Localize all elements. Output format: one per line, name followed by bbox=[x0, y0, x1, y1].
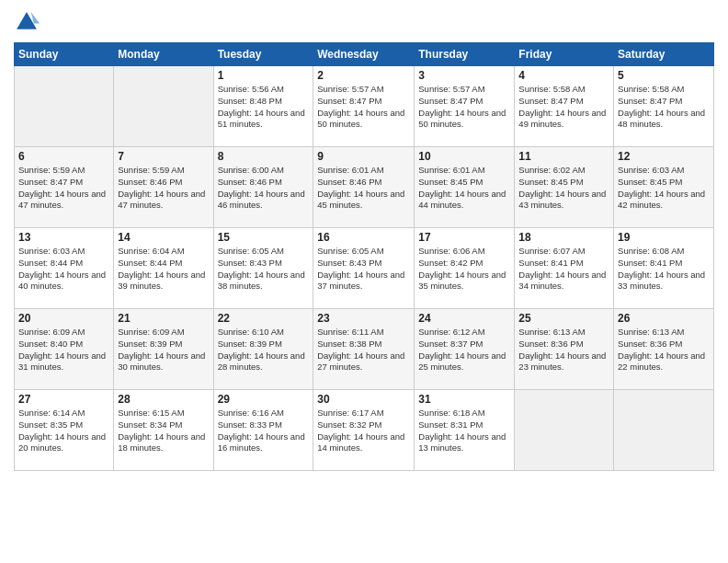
calendar-cell: 21Sunrise: 6:09 AMSunset: 8:39 PMDayligh… bbox=[114, 309, 213, 390]
logo-icon bbox=[14, 9, 40, 35]
calendar-cell: 15Sunrise: 6:05 AMSunset: 8:43 PMDayligh… bbox=[213, 228, 313, 309]
calendar-cell: 4Sunrise: 5:58 AMSunset: 8:47 PMDaylight… bbox=[515, 66, 614, 147]
cell-content: Sunrise: 6:01 AMSunset: 8:46 PMDaylight:… bbox=[317, 165, 410, 212]
cell-content: Sunrise: 6:13 AMSunset: 8:36 PMDaylight:… bbox=[618, 327, 710, 373]
calendar-cell: 18Sunrise: 6:07 AMSunset: 8:41 PMDayligh… bbox=[515, 228, 614, 309]
cell-content: Sunrise: 6:13 AMSunset: 8:36 PMDaylight:… bbox=[518, 327, 609, 373]
day-number: 5 bbox=[618, 69, 710, 82]
cell-content: Sunrise: 5:57 AMSunset: 8:47 PMDaylight:… bbox=[317, 84, 410, 131]
cell-content: Sunrise: 6:06 AMSunset: 8:42 PMDaylight:… bbox=[418, 246, 510, 293]
calendar-cell: 12Sunrise: 6:03 AMSunset: 8:45 PMDayligh… bbox=[614, 147, 714, 228]
calendar-cell: 30Sunrise: 6:17 AMSunset: 8:32 PMDayligh… bbox=[313, 390, 415, 471]
calendar-cell: 22Sunrise: 6:10 AMSunset: 8:39 PMDayligh… bbox=[213, 309, 313, 390]
day-number: 3 bbox=[418, 69, 510, 82]
calendar-cell: 13Sunrise: 6:03 AMSunset: 8:44 PMDayligh… bbox=[15, 228, 114, 309]
calendar-cell: 25Sunrise: 6:13 AMSunset: 8:36 PMDayligh… bbox=[515, 309, 614, 390]
calendar-cell: 14Sunrise: 6:04 AMSunset: 8:44 PMDayligh… bbox=[114, 228, 213, 309]
calendar-cell: 9Sunrise: 6:01 AMSunset: 8:46 PMDaylight… bbox=[313, 147, 415, 228]
cell-content: Sunrise: 6:08 AMSunset: 8:41 PMDaylight:… bbox=[618, 246, 710, 293]
day-number: 15 bbox=[218, 231, 310, 244]
weekday-header-sunday: Sunday bbox=[15, 43, 114, 66]
day-number: 23 bbox=[317, 312, 410, 325]
cell-content: Sunrise: 6:00 AMSunset: 8:46 PMDaylight:… bbox=[218, 165, 310, 212]
day-number: 11 bbox=[518, 150, 609, 163]
cell-content: Sunrise: 6:18 AMSunset: 8:31 PMDaylight:… bbox=[418, 408, 510, 454]
weekday-header-friday: Friday bbox=[515, 43, 614, 66]
cell-content: Sunrise: 6:07 AMSunset: 8:41 PMDaylight:… bbox=[518, 246, 609, 293]
calendar-cell: 2Sunrise: 5:57 AMSunset: 8:47 PMDaylight… bbox=[313, 66, 415, 147]
calendar-cell: 8Sunrise: 6:00 AMSunset: 8:46 PMDaylight… bbox=[213, 147, 313, 228]
cell-content: Sunrise: 6:05 AMSunset: 8:43 PMDaylight:… bbox=[218, 246, 310, 293]
day-number: 13 bbox=[18, 231, 109, 244]
cell-content: Sunrise: 6:11 AMSunset: 8:38 PMDaylight:… bbox=[317, 327, 410, 373]
calendar: SundayMondayTuesdayWednesdayThursdayFrid… bbox=[14, 42, 714, 471]
calendar-cell: 24Sunrise: 6:12 AMSunset: 8:37 PMDayligh… bbox=[415, 309, 515, 390]
calendar-cell: 10Sunrise: 6:01 AMSunset: 8:45 PMDayligh… bbox=[415, 147, 515, 228]
cell-content: Sunrise: 6:15 AMSunset: 8:34 PMDaylight:… bbox=[118, 408, 209, 454]
calendar-cell: 27Sunrise: 6:14 AMSunset: 8:35 PMDayligh… bbox=[15, 390, 114, 471]
weekday-header-wednesday: Wednesday bbox=[313, 43, 415, 66]
day-number: 21 bbox=[118, 312, 209, 325]
day-number: 4 bbox=[518, 69, 609, 82]
calendar-cell: 5Sunrise: 5:58 AMSunset: 8:47 PMDaylight… bbox=[614, 66, 714, 147]
day-number: 20 bbox=[18, 312, 109, 325]
day-number: 29 bbox=[218, 393, 310, 406]
cell-content: Sunrise: 6:03 AMSunset: 8:45 PMDaylight:… bbox=[618, 165, 710, 212]
logo bbox=[14, 9, 43, 35]
day-number: 24 bbox=[418, 312, 510, 325]
day-number: 8 bbox=[218, 150, 310, 163]
day-number: 17 bbox=[418, 231, 510, 244]
cell-content: Sunrise: 5:59 AMSunset: 8:47 PMDaylight:… bbox=[18, 165, 109, 212]
day-number: 18 bbox=[518, 231, 609, 244]
weekday-header-monday: Monday bbox=[114, 43, 213, 66]
day-number: 30 bbox=[317, 393, 410, 406]
cell-content: Sunrise: 6:12 AMSunset: 8:37 PMDaylight:… bbox=[418, 327, 510, 373]
day-number: 10 bbox=[418, 150, 510, 163]
weekday-header-row: SundayMondayTuesdayWednesdayThursdayFrid… bbox=[15, 43, 714, 66]
cell-content: Sunrise: 6:03 AMSunset: 8:44 PMDaylight:… bbox=[18, 246, 109, 293]
day-number: 25 bbox=[518, 312, 609, 325]
calendar-cell: 28Sunrise: 6:15 AMSunset: 8:34 PMDayligh… bbox=[114, 390, 213, 471]
day-number: 22 bbox=[218, 312, 310, 325]
calendar-cell bbox=[15, 66, 114, 147]
weekday-header-saturday: Saturday bbox=[614, 43, 714, 66]
calendar-week-1: 1Sunrise: 5:56 AMSunset: 8:48 PMDaylight… bbox=[15, 66, 714, 147]
calendar-week-5: 27Sunrise: 6:14 AMSunset: 8:35 PMDayligh… bbox=[15, 390, 714, 471]
day-number: 2 bbox=[317, 69, 410, 82]
calendar-cell: 31Sunrise: 6:18 AMSunset: 8:31 PMDayligh… bbox=[415, 390, 515, 471]
calendar-week-3: 13Sunrise: 6:03 AMSunset: 8:44 PMDayligh… bbox=[15, 228, 714, 309]
day-number: 9 bbox=[317, 150, 410, 163]
calendar-cell: 11Sunrise: 6:02 AMSunset: 8:45 PMDayligh… bbox=[515, 147, 614, 228]
day-number: 27 bbox=[18, 393, 109, 406]
calendar-week-4: 20Sunrise: 6:09 AMSunset: 8:40 PMDayligh… bbox=[15, 309, 714, 390]
day-number: 31 bbox=[418, 393, 510, 406]
day-number: 19 bbox=[618, 231, 710, 244]
cell-content: Sunrise: 6:16 AMSunset: 8:33 PMDaylight:… bbox=[218, 408, 310, 454]
calendar-cell: 26Sunrise: 6:13 AMSunset: 8:36 PMDayligh… bbox=[614, 309, 714, 390]
cell-content: Sunrise: 6:10 AMSunset: 8:39 PMDaylight:… bbox=[218, 327, 310, 373]
day-number: 28 bbox=[118, 393, 209, 406]
weekday-header-thursday: Thursday bbox=[415, 43, 515, 66]
cell-content: Sunrise: 5:58 AMSunset: 8:47 PMDaylight:… bbox=[518, 84, 609, 131]
calendar-cell: 16Sunrise: 6:05 AMSunset: 8:43 PMDayligh… bbox=[313, 228, 415, 309]
cell-content: Sunrise: 6:02 AMSunset: 8:45 PMDaylight:… bbox=[518, 165, 609, 212]
day-number: 1 bbox=[218, 69, 310, 82]
cell-content: Sunrise: 6:04 AMSunset: 8:44 PMDaylight:… bbox=[118, 246, 209, 293]
calendar-cell: 20Sunrise: 6:09 AMSunset: 8:40 PMDayligh… bbox=[15, 309, 114, 390]
cell-content: Sunrise: 6:09 AMSunset: 8:40 PMDaylight:… bbox=[18, 327, 109, 373]
cell-content: Sunrise: 6:17 AMSunset: 8:32 PMDaylight:… bbox=[317, 408, 410, 454]
calendar-cell bbox=[114, 66, 213, 147]
day-number: 26 bbox=[618, 312, 710, 325]
calendar-cell: 19Sunrise: 6:08 AMSunset: 8:41 PMDayligh… bbox=[614, 228, 714, 309]
cell-content: Sunrise: 5:57 AMSunset: 8:47 PMDaylight:… bbox=[418, 84, 510, 131]
calendar-cell: 17Sunrise: 6:06 AMSunset: 8:42 PMDayligh… bbox=[415, 228, 515, 309]
calendar-cell bbox=[515, 390, 614, 471]
day-number: 14 bbox=[118, 231, 209, 244]
calendar-week-2: 6Sunrise: 5:59 AMSunset: 8:47 PMDaylight… bbox=[15, 147, 714, 228]
calendar-cell: 1Sunrise: 5:56 AMSunset: 8:48 PMDaylight… bbox=[213, 66, 313, 147]
day-number: 7 bbox=[118, 150, 209, 163]
cell-content: Sunrise: 6:01 AMSunset: 8:45 PMDaylight:… bbox=[418, 165, 510, 212]
day-number: 12 bbox=[618, 150, 710, 163]
cell-content: Sunrise: 5:56 AMSunset: 8:48 PMDaylight:… bbox=[218, 84, 310, 131]
calendar-cell: 6Sunrise: 5:59 AMSunset: 8:47 PMDaylight… bbox=[15, 147, 114, 228]
